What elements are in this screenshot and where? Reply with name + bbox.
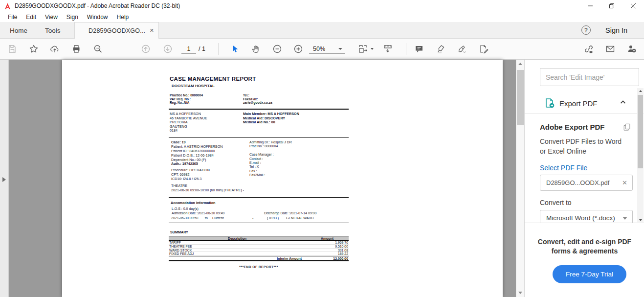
tab-home[interactable]: Home — [7, 22, 30, 39]
divider — [169, 137, 349, 138]
table-row: FIXED FEE ADJ 189.22 — [169, 252, 349, 256]
fit-width-icon[interactable] — [358, 44, 368, 54]
theatre-details: THEATRE 2021-06-30 09:00-10:00 (60 min) … — [171, 184, 244, 193]
promo-text: Convert, edit and e-sign PDF forms & agr… — [533, 237, 636, 256]
practice-info: Practice No.: 0000004 VAT Reg. No.: Reg.… — [170, 93, 203, 105]
fit-page-icon[interactable] — [383, 44, 393, 54]
cloud-upload-icon[interactable] — [50, 44, 60, 54]
menu-help[interactable]: Help — [112, 14, 133, 21]
share-link-icon[interactable] — [584, 44, 594, 54]
chevron-down-icon — [338, 48, 342, 50]
summary-total-row: Interim Amount 12,000.00 — [169, 256, 349, 261]
scroll-up-icon[interactable] — [516, 60, 524, 68]
export-pdf-icon — [544, 98, 555, 109]
toolbar-divider — [406, 43, 406, 55]
copy-pages-icon — [622, 123, 631, 132]
table-row: TARIFF 1,969.70 — [169, 241, 349, 245]
chevron-up-icon[interactable] — [620, 99, 626, 108]
navigation-pane-strip — [0, 60, 9, 297]
menu-window[interactable]: Window — [83, 14, 112, 21]
select-pdf-file-link[interactable]: Select PDF File — [540, 164, 587, 172]
panel-scrollbar[interactable] — [637, 88, 644, 223]
scroll-down-icon[interactable] — [637, 217, 644, 223]
menu-view[interactable]: View — [41, 14, 62, 21]
scrollbar-thumb[interactable] — [638, 95, 643, 168]
help-icon[interactable] — [581, 25, 591, 35]
menu-bar: File Edit View Sign Window Help — [0, 12, 644, 22]
document-scrollbar[interactable] — [516, 60, 524, 297]
panel-title: Adobe Export PDF — [540, 123, 605, 131]
total-label: Interim Amount — [169, 256, 306, 260]
free-trial-button[interactable]: Free 7-Day Trial — [553, 265, 626, 283]
tab-tools[interactable]: Tools — [42, 22, 64, 39]
comment-icon[interactable] — [414, 44, 424, 54]
case-manager-details: Admitting Dr.: Hospital J DR Prac.No.: 0… — [249, 140, 292, 178]
expand-pane-icon[interactable] — [2, 177, 6, 182]
zoom-out-icon[interactable] — [272, 44, 282, 54]
chevron-down-icon — [622, 217, 627, 220]
print-icon[interactable] — [71, 44, 81, 54]
document-area: CASE MANAGEMENT REPORT DOCSTEAM HOSPITAL… — [9, 60, 524, 297]
column-description: Description — [169, 236, 306, 240]
tab-document[interactable]: D2859GOODXGO... — [74, 22, 159, 39]
column-amount: Amount — [306, 236, 349, 240]
tab-bar: Home Tools D2859GOODXGO... Sign In — [0, 22, 644, 39]
scrollbar-thumb[interactable] — [517, 70, 524, 125]
convert-format-value: Microsoft Word (*.docx) — [546, 214, 615, 222]
divider — [169, 223, 349, 223]
discharge-date: Discharge Date :2021-07-14 09:00 — [264, 211, 316, 215]
zoom-in-icon[interactable] — [293, 44, 303, 54]
save-icon[interactable] — [7, 44, 17, 54]
summary-heading: SUMMARY — [170, 230, 188, 234]
total-amount: 12,000.00 — [306, 256, 349, 260]
hand-tool-icon[interactable] — [251, 44, 261, 54]
window-title: D2859GOODXGOODX.pdf - Adobe Acrobat Read… — [15, 2, 180, 9]
select-tool-icon[interactable] — [230, 44, 240, 54]
window-controls — [579, 0, 644, 12]
menu-sign[interactable]: Sign — [62, 14, 83, 21]
tab-close-icon[interactable] — [150, 28, 154, 33]
adobe-acrobat-icon — [4, 2, 11, 10]
previous-page-icon[interactable] — [141, 44, 151, 54]
export-pdf-panel: Adobe Export PDF Convert PDF Files to Wo… — [525, 114, 644, 223]
scroll-up-icon[interactable] — [637, 88, 644, 94]
fill-sign-icon[interactable] — [457, 44, 467, 54]
search-icon[interactable] — [93, 44, 103, 54]
end-of-report: ***END OF REPORT*** — [169, 265, 349, 269]
table-row: WARD STOCK 331.08 — [169, 249, 349, 252]
convert-format-select[interactable]: Microsoft Word (*.docx) — [540, 210, 633, 223]
more-tools-icon[interactable] — [479, 44, 489, 54]
zoom-level-select[interactable]: 50% — [309, 45, 345, 54]
fit-options-caret-icon[interactable] — [371, 48, 374, 50]
zoom-level-value: 50% — [313, 46, 325, 52]
admission-date: Admission Date :2021-06-30 09:49 — [172, 211, 224, 215]
patient-address: MS A HOFFERSON 46 TAMBOTIE AVENUE PRETOR… — [170, 112, 207, 133]
report-title: CASE MANAGEMENT REPORT — [170, 76, 256, 82]
export-pdf-section-header[interactable]: Export PDF — [525, 93, 644, 114]
divider — [169, 109, 349, 110]
sign-in-button[interactable]: Sign In — [605, 22, 627, 39]
share-people-icon[interactable] — [627, 44, 637, 54]
menu-file[interactable]: File — [3, 14, 22, 21]
divider — [169, 197, 349, 198]
selected-file-name: D2859GO...OODX.pdf — [546, 179, 609, 186]
email-icon[interactable] — [605, 44, 615, 54]
minimize-button[interactable] — [579, 0, 601, 12]
next-page-icon[interactable] — [163, 44, 173, 54]
restore-button[interactable] — [601, 0, 622, 12]
scroll-down-icon[interactable] — [516, 289, 524, 297]
highlight-icon[interactable] — [436, 44, 445, 54]
menu-edit[interactable]: Edit — [22, 14, 41, 21]
selected-file-chip[interactable]: D2859GO...OODX.pdf — [540, 175, 633, 191]
star-icon[interactable] — [29, 44, 39, 54]
close-button[interactable] — [622, 0, 644, 12]
toolbar-divider — [218, 43, 219, 55]
length-of-stay: L.O.S : 0.0 day(s) — [172, 207, 199, 210]
practice-contact-info: Tel.: Faks/Fax: zarie@goodx.co.za — [243, 93, 272, 105]
case-details: Case: 19 Patient: A ASTRID HOFFERSON Pat… — [171, 140, 222, 166]
convert-to-label: Convert to — [540, 199, 572, 206]
main-toolbar: / 1 50% — [0, 39, 644, 60]
page-number-input[interactable] — [181, 45, 196, 54]
search-input[interactable] — [540, 68, 639, 86]
remove-file-icon[interactable] — [622, 179, 627, 186]
